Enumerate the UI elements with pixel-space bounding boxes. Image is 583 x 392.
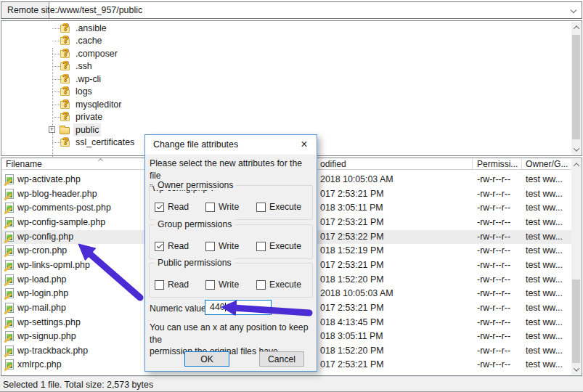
column-header-filename[interactable]: Filename xyxy=(6,159,42,169)
tree-item-label: public xyxy=(73,123,101,136)
ftp-client-window: Remote site: /www/test_957/public ? .ans… xyxy=(0,0,583,392)
tree-item-label: mysqleditor xyxy=(73,98,123,111)
checkbox-group-execute[interactable] xyxy=(256,242,266,251)
remote-site-path: /www/test_957/public xyxy=(57,5,142,15)
sort-ascending-icon xyxy=(98,158,103,163)
tree-scrollbar[interactable] xyxy=(571,22,581,155)
numeric-value-text: 440 xyxy=(210,302,225,312)
unknown-folder-icon: ? xyxy=(60,22,71,34)
tree-connector-line xyxy=(52,48,53,163)
php-file-icon xyxy=(5,203,14,213)
status-bar: Selected 1 file. Total size: 2,573 bytes xyxy=(0,376,583,392)
tree-expander-icon[interactable]: + xyxy=(49,126,55,133)
checkbox-label: Write xyxy=(219,241,239,251)
chevron-down-icon[interactable] xyxy=(571,7,576,13)
checkbox-label: Read xyxy=(168,241,189,251)
tree-item-label: logs xyxy=(73,85,94,98)
remote-site-combobox[interactable]: /www/test_957/public xyxy=(49,2,582,18)
checkbox-public-write[interactable] xyxy=(205,280,215,290)
scroll-up-icon[interactable] xyxy=(571,23,581,32)
unknown-folder-icon: ? xyxy=(60,110,71,123)
group-legend: Public permissions xyxy=(155,258,235,268)
php-file-icon xyxy=(5,174,14,184)
php-file-icon xyxy=(5,359,14,369)
numeric-value-label: Numeric value: xyxy=(150,303,208,314)
php-file-icon xyxy=(5,189,14,199)
checkbox-owner-execute[interactable] xyxy=(256,203,266,212)
php-file-icon xyxy=(5,288,14,298)
scrollbar-thumb[interactable] xyxy=(572,35,580,139)
php-file-icon xyxy=(5,260,14,270)
unknown-folder-icon: ? xyxy=(60,60,71,72)
checkbox-public-read[interactable] xyxy=(155,280,164,290)
owner-permissions-group: Owner permissions Read Write Execute xyxy=(149,185,313,220)
tree-item-label: .cache xyxy=(73,34,105,47)
scrollbar-thumb[interactable] xyxy=(572,279,580,363)
unknown-folder-icon: ? xyxy=(60,136,71,148)
column-divider[interactable] xyxy=(472,159,473,169)
unknown-folder-icon: ? xyxy=(60,34,71,46)
php-file-icon xyxy=(5,232,14,242)
group-legend: Group permissions xyxy=(155,219,235,229)
php-file-icon xyxy=(5,331,14,341)
checkbox-owner-write[interactable] xyxy=(205,203,215,212)
unknown-folder-icon: ? xyxy=(60,73,71,85)
unknown-folder-icon: ? xyxy=(60,47,71,60)
checkbox-label: Read xyxy=(168,279,189,290)
dialog-message-line1: Please select the new attributes for the… xyxy=(150,158,315,182)
checkbox-group-read[interactable] xyxy=(155,242,164,251)
checkbox-label: Write xyxy=(219,202,239,212)
scroll-down-icon[interactable] xyxy=(571,364,581,374)
dialog-note-line1: You can use an x at any position to keep… xyxy=(150,322,317,346)
group-permissions-group: Group permissions Read Write Execute xyxy=(149,224,313,259)
unknown-folder-icon: ? xyxy=(60,98,71,110)
checkbox-public-execute[interactable] xyxy=(256,280,266,290)
cancel-button[interactable]: Cancel xyxy=(259,351,304,367)
unknown-folder-icon: ? xyxy=(60,85,71,97)
tree-item-label: .composer xyxy=(73,47,120,60)
public-permissions-group: Public permissions Read Write Execute xyxy=(149,263,313,298)
scroll-down-icon[interactable] xyxy=(571,144,581,154)
tree-item-label: .wp-cli xyxy=(73,73,103,86)
remote-site-bar: Remote site: /www/test_957/public xyxy=(1,1,582,19)
checkbox-label: Execute xyxy=(269,202,301,212)
file-list-scrollbar[interactable] xyxy=(571,159,581,375)
column-header-permissions[interactable]: Permissi... xyxy=(477,159,518,169)
checkbox-label: Execute xyxy=(269,241,301,251)
group-legend: Owner permissions xyxy=(155,180,236,190)
column-divider[interactable] xyxy=(521,159,522,169)
checkbox-label: Read xyxy=(168,202,189,212)
checkbox-owner-read[interactable] xyxy=(155,203,164,212)
tree-item-label: private xyxy=(73,110,105,123)
ok-button[interactable]: OK xyxy=(184,351,229,367)
scroll-up-icon[interactable] xyxy=(571,160,581,169)
tree-item-label: .ssh xyxy=(73,60,94,73)
dialog-title: Change file attributes xyxy=(153,139,238,150)
dialog-titlebar[interactable]: Change file attributes × xyxy=(145,135,317,155)
checkbox-label: Execute xyxy=(269,279,301,290)
text-cursor xyxy=(225,303,226,311)
checkbox-label: Write xyxy=(219,279,239,290)
php-file-icon xyxy=(5,303,14,313)
remote-site-label: Remote site: xyxy=(1,2,49,18)
php-file-icon xyxy=(5,245,14,256)
change-file-attributes-dialog: Change file attributes × Please select t… xyxy=(144,134,317,372)
php-file-icon xyxy=(5,317,14,327)
tree-item-label: .ansible xyxy=(73,22,109,35)
numeric-value-input[interactable]: 440 xyxy=(205,300,272,315)
tree-item-label: ssl_certificates xyxy=(73,136,136,149)
php-file-icon xyxy=(5,217,14,227)
column-header-modified[interactable]: odified xyxy=(320,159,346,169)
php-file-icon xyxy=(5,346,14,356)
close-icon[interactable]: × xyxy=(292,135,317,155)
column-header-owner[interactable]: Owner/G... xyxy=(526,159,568,169)
checkbox-group-write[interactable] xyxy=(205,242,215,251)
folder-icon xyxy=(60,125,70,134)
php-file-icon xyxy=(5,274,14,285)
